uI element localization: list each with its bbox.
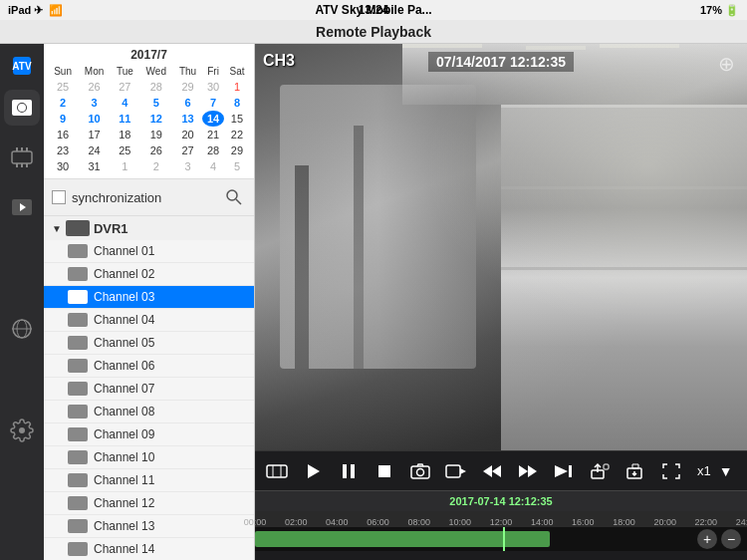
calendar-day[interactable]: 25 — [111, 142, 139, 158]
calendar-day[interactable]: 9 — [48, 111, 78, 127]
weekday-row: SunMonTueWedThuFriSat — [48, 64, 250, 79]
sidebar-icon-film[interactable] — [4, 140, 40, 175]
calendar-day[interactable]: 3 — [173, 158, 202, 174]
ruler-tick: 16:00 — [572, 517, 595, 527]
calendar-day[interactable]: 1 — [111, 158, 139, 174]
sync-search-icon[interactable] — [222, 185, 246, 209]
calendar-day[interactable]: 2 — [48, 95, 78, 111]
calendar-day[interactable]: 28 — [139, 79, 173, 95]
fastforward-button[interactable] — [514, 457, 542, 485]
calendar-day[interactable]: 1 — [224, 79, 250, 95]
calendar-day[interactable]: 4 — [111, 95, 139, 111]
depth-overlay — [255, 44, 747, 450]
snapshot-button[interactable] — [406, 457, 434, 485]
svg-rect-5 — [21, 147, 23, 151]
calendar-day[interactable]: 30 — [202, 79, 224, 95]
zoom-in-button[interactable]: + — [697, 529, 717, 549]
calendar-day[interactable]: 8 — [224, 95, 250, 111]
channel-item-13[interactable]: Channel 13 — [44, 515, 254, 538]
segment-button[interactable] — [263, 457, 291, 485]
zoom-out-button[interactable]: − — [721, 529, 741, 549]
ipad-label: iPad ✈ — [8, 4, 43, 17]
stop-button[interactable] — [371, 457, 398, 485]
channel-item-5[interactable]: Channel 05 — [44, 332, 254, 355]
calendar-day[interactable]: 27 — [111, 79, 139, 95]
calendar-day[interactable]: 6 — [173, 95, 202, 111]
calendar-month-year: 2017/7 — [130, 48, 167, 62]
sidebar-icon-logo[interactable]: ATV — [4, 48, 40, 84]
calendar-day[interactable]: 22 — [224, 127, 250, 142]
calendar-day[interactable]: 28 — [202, 142, 224, 158]
calendar-day[interactable]: 5 — [224, 158, 250, 174]
svg-point-16 — [227, 190, 237, 200]
calendar-day[interactable]: 19 — [139, 127, 173, 142]
channel-item-6[interactable]: Channel 06 — [44, 355, 254, 378]
calendar-day[interactable]: 26 — [78, 79, 111, 95]
play-button[interactable] — [299, 457, 327, 485]
speed-dropdown[interactable]: ▼ — [719, 463, 733, 479]
ptz-icon[interactable]: ⊕ — [718, 52, 735, 76]
channel-item-9[interactable]: Channel 09 — [44, 423, 254, 446]
calendar-day[interactable]: 18 — [111, 127, 139, 142]
calendar-day[interactable]: 25 — [48, 79, 78, 95]
sidebar-icon-map[interactable] — [4, 311, 40, 347]
sidebar-icon-settings[interactable] — [4, 413, 40, 448]
rewind-button[interactable] — [478, 457, 506, 485]
skip-end-button[interactable] — [550, 457, 578, 485]
calendar-day[interactable]: 27 — [173, 142, 202, 158]
calendar-day[interactable]: 5 — [139, 95, 173, 111]
channel-item-12[interactable]: Channel 12 — [44, 492, 254, 515]
calendar-day[interactable]: 30 — [48, 158, 78, 174]
channel-item-8[interactable]: Channel 08 — [44, 401, 254, 423]
export-button[interactable] — [586, 457, 614, 485]
fullscreen-button[interactable] — [657, 457, 685, 485]
calendar-day[interactable]: 31 — [78, 158, 111, 174]
dvr-header[interactable]: ▼ DVR1 — [44, 216, 254, 240]
calendar-day[interactable]: 14 — [202, 111, 224, 127]
calendar-day[interactable]: 13 — [173, 111, 202, 127]
channel-item-3[interactable]: Channel 03 — [44, 286, 254, 309]
calendar-day[interactable]: 3 — [78, 95, 111, 111]
video-area: CH3 07/14/2017 12:12:35 ⊕ — [255, 44, 747, 560]
calendar-day[interactable]: 26 — [139, 142, 173, 158]
channel-item-14[interactable]: Channel 14 — [44, 538, 254, 560]
timeline-track[interactable]: + − — [255, 527, 747, 551]
calendar-day[interactable]: 24 — [78, 142, 111, 158]
pause-button[interactable] — [335, 457, 363, 485]
calendar-day[interactable]: 23 — [48, 142, 78, 158]
svg-line-17 — [236, 199, 241, 204]
calendar-day[interactable]: 15 — [224, 111, 250, 127]
calendar-day[interactable]: 2 — [139, 158, 173, 174]
calendar-week-row: 16171819202122 — [48, 127, 250, 142]
export2-button[interactable] — [622, 457, 649, 485]
calendar-day[interactable]: 20 — [173, 127, 202, 142]
channel-item-1[interactable]: Channel 01 — [44, 240, 254, 263]
calendar-day[interactable]: 11 — [111, 111, 139, 127]
calendar-body: 2526272829301234567891011121314151617181… — [48, 79, 250, 174]
svg-rect-3 — [12, 151, 32, 163]
channel-item-10[interactable]: Channel 10 — [44, 446, 254, 469]
svg-marker-28 — [460, 468, 466, 474]
status-right: 17% 🔋 — [700, 4, 739, 17]
channel-item-2[interactable]: Channel 02 — [44, 263, 254, 286]
calendar-day[interactable]: 29 — [173, 79, 202, 95]
sidebar-icon-playback[interactable] — [4, 189, 40, 225]
timeline-ruler[interactable]: 00:0002:0004:0006:0008:0010:0012:0014:00… — [255, 511, 747, 527]
calendar-day[interactable]: 21 — [202, 127, 224, 142]
record-button[interactable] — [442, 457, 470, 485]
calendar-day[interactable]: 7 — [202, 95, 224, 111]
calendar-day[interactable]: 29 — [224, 142, 250, 158]
ruler-tick: 08:00 — [407, 517, 430, 527]
calendar-day[interactable]: 10 — [78, 111, 111, 127]
calendar-day[interactable]: 17 — [78, 127, 111, 142]
channel-item-7[interactable]: Channel 07 — [44, 378, 254, 401]
sync-checkbox[interactable] — [52, 190, 66, 204]
calendar-header: 2017/7 — [48, 48, 250, 62]
calendar-day[interactable]: 4 — [202, 158, 224, 174]
sidebar-icon-camera[interactable] — [4, 90, 40, 126]
channel-item-4[interactable]: Channel 04 — [44, 309, 254, 332]
svg-rect-9 — [26, 163, 28, 167]
channel-item-11[interactable]: Channel 11 — [44, 469, 254, 492]
calendar-day[interactable]: 12 — [139, 111, 173, 127]
calendar-day[interactable]: 16 — [48, 127, 78, 142]
